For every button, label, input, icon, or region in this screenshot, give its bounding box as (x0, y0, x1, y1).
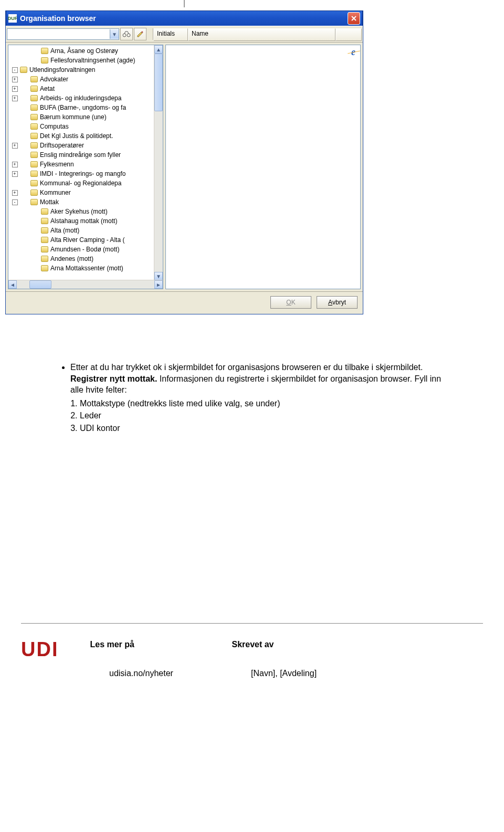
folder-icon (30, 114, 38, 120)
scroll-down-button[interactable]: ▼ (154, 272, 163, 280)
svg-point-1 (127, 34, 130, 37)
tree-item-label: Fylkesmenn (40, 161, 74, 168)
tree-item-label: Fellesforvaltningsenhet (agde) (50, 57, 135, 64)
scroll-thumb-h[interactable] (29, 280, 51, 289)
tree-item-label: IMDI - Integrerings- og mangfo (40, 170, 125, 177)
folder-icon (30, 123, 38, 130)
tree-item[interactable]: Enslig mindreårige som fyller (9, 150, 162, 160)
tree-panel: Arna, Åsane og OsterøyFellesforvaltnings… (8, 45, 163, 289)
titlebar[interactable]: DUF Organisation browser (6, 10, 363, 26)
tree-item-label: Bærum kommune (une) (40, 113, 107, 121)
tree-item[interactable]: +IMDI - Integrerings- og mangfo (9, 169, 162, 178)
tree-item[interactable]: Arna Mottakssenter (mott) (9, 264, 162, 273)
folder-icon (30, 142, 38, 149)
dialog-buttons: OK Avbryt (6, 291, 363, 314)
folder-icon (41, 218, 48, 224)
folder-icon (30, 95, 38, 101)
minus-box-icon[interactable]: - (12, 67, 18, 73)
plus-box-icon[interactable]: + (12, 171, 18, 177)
folder-icon (41, 227, 48, 234)
plus-box-icon[interactable]: + (12, 190, 18, 196)
tree-item[interactable]: Kommunal- og Regionaldepa (9, 178, 162, 188)
folder-icon (30, 86, 38, 92)
doc-top-tick (0, 0, 504, 10)
tree-item-label: Kommunal- og Regionaldepa (40, 180, 121, 187)
vertical-scrollbar[interactable]: ▲ ▼ (154, 45, 163, 280)
app-icon: DUF (8, 14, 17, 23)
tree-item-label: Kommuner (40, 189, 71, 196)
tree-item[interactable]: +Aetat (9, 84, 162, 93)
tree-item[interactable]: Arna, Åsane og Osterøy (9, 46, 162, 56)
tree-item[interactable]: -Mottak (9, 197, 162, 207)
folder-icon (41, 48, 48, 54)
tree-item[interactable]: Det Kgl Justis & politidept. (9, 131, 162, 141)
search-input[interactable] (7, 29, 110, 39)
tree-item[interactable]: Aker Sykehus (mott) (9, 207, 162, 216)
folder-icon (30, 76, 38, 82)
tree-item-label: Alstahaug mottak (mott) (50, 217, 117, 225)
folder-icon (41, 246, 48, 252)
tree-item[interactable]: Alstahaug mottak (mott) (9, 216, 162, 226)
scroll-up-button[interactable]: ▲ (154, 45, 163, 54)
tree-item[interactable]: +Advokater (9, 75, 162, 84)
tree-item[interactable]: +Driftsoperatører (9, 141, 162, 150)
tree-item-label: Mottak (40, 198, 59, 206)
close-button[interactable] (348, 12, 360, 25)
chevron-down-icon[interactable]: ▼ (110, 29, 119, 39)
folder-icon (30, 180, 38, 186)
binoculars-button[interactable] (120, 28, 133, 40)
scroll-right-button[interactable]: ► (154, 280, 163, 289)
horizontal-scrollbar[interactable]: ◄ ► (8, 280, 163, 289)
tree-item[interactable]: +Kommuner (9, 188, 162, 197)
tree-item[interactable]: Alta River Camping - Alta ( (9, 235, 162, 245)
tree-item[interactable]: Andenes (mott) (9, 254, 162, 264)
folder-icon (41, 208, 48, 215)
tree-item[interactable]: -Utlendingsforvaltningen (9, 65, 162, 75)
folder-icon (41, 57, 48, 64)
bullet-paragraph: Etter at du har trykket ok i skjermbilde… (70, 362, 446, 434)
ok-button[interactable]: OK (270, 296, 311, 309)
toolbar: ▼ Initials Name (6, 26, 363, 43)
document-body: Etter at du har trykket ok i skjermbilde… (58, 362, 446, 434)
tree-item[interactable]: +Arbeids- og inkluderingsdepa (9, 93, 162, 103)
edit-button[interactable] (134, 28, 146, 40)
tree-item[interactable]: Alta (mott) (9, 226, 162, 235)
tree-item-label: Aker Sykehus (mott) (50, 208, 108, 215)
col-name[interactable]: Name (188, 28, 335, 41)
tree-item[interactable]: Amundsen - Bodø (mott) (9, 245, 162, 254)
footer: UDI Les mer på Skrevet av udisia.no/nyhe… (0, 623, 504, 694)
plus-box-icon[interactable]: + (12, 143, 18, 149)
tree-item[interactable]: Computas (9, 122, 162, 131)
ie-icon: e (349, 47, 358, 57)
scroll-left-button[interactable]: ◄ (8, 280, 17, 289)
tree-item-label: Driftsoperatører (40, 142, 84, 149)
tree-item-label: Computas (40, 123, 69, 130)
tree-item[interactable]: BUFA (Barne-, ungdoms- og fa (9, 103, 162, 112)
plus-box-icon[interactable]: + (12, 86, 18, 92)
folder-icon (41, 256, 48, 262)
writtenby-value: [Navn], [Avdeling] (251, 669, 317, 678)
col-initials[interactable]: Initials (153, 28, 188, 41)
tree-item[interactable]: Fellesforvaltningsenhet (agde) (9, 56, 162, 65)
details-list[interactable]: e (165, 45, 361, 289)
tree-area[interactable]: Arna, Åsane og OsterøyFellesforvaltnings… (8, 45, 163, 281)
tree-item[interactable]: +Fylkesmenn (9, 160, 162, 169)
readmore-label: Les mer på (90, 640, 200, 649)
minus-box-icon[interactable]: - (12, 199, 18, 205)
folder-icon (30, 199, 38, 205)
plus-box-icon[interactable]: + (12, 77, 18, 82)
scroll-thumb-v[interactable] (154, 54, 163, 111)
list-header: Initials Name (153, 28, 362, 40)
readmore-value: udisia.no/nyheter (109, 669, 219, 678)
folder-icon (41, 237, 48, 243)
plus-box-icon[interactable]: + (12, 96, 18, 101)
tree-item-label: Advokater (40, 76, 68, 83)
folder-icon (20, 67, 27, 73)
search-combo[interactable]: ▼ (7, 28, 119, 40)
plus-box-icon[interactable]: + (12, 162, 18, 167)
folder-icon (30, 161, 38, 167)
folder-icon (30, 104, 38, 111)
tree-item[interactable]: Bærum kommune (une) (9, 112, 162, 122)
cancel-button[interactable]: Avbryt (317, 296, 358, 309)
writtenby-label: Skrevet av (232, 640, 274, 649)
